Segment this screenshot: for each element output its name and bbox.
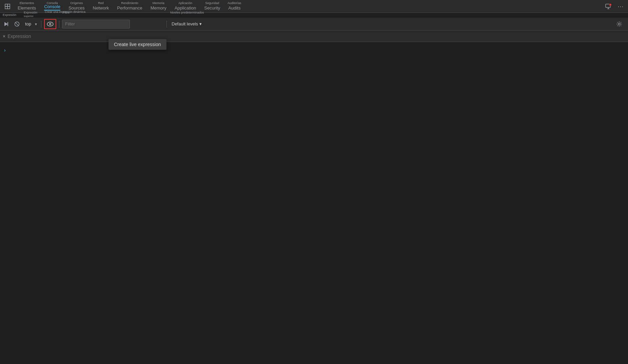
filter-input[interactable]	[62, 20, 130, 28]
tab-application-sub: Aplicación	[178, 1, 192, 5]
svg-point-14	[50, 23, 51, 24]
context-selector[interactable]: Expresiónsuperior top ▼	[23, 20, 38, 28]
expression-close-button[interactable]: ×	[3, 34, 5, 39]
live-expression-button[interactable]	[44, 19, 56, 29]
tab-performance[interactable]: Rendimiento Performance	[113, 0, 146, 13]
tab-application-label: Application	[175, 5, 196, 11]
default-levels-arrow: ▾	[199, 21, 202, 26]
tab-console[interactable]: Consola Console	[40, 0, 64, 13]
clear-console-button[interactable]	[12, 19, 22, 29]
top-nav: Elementos Elements Consola Console Oríge…	[0, 0, 628, 13]
svg-rect-1	[7, 6, 10, 9]
tab-console-sub: Consola	[47, 1, 58, 5]
tab-security-label: Security	[204, 5, 220, 11]
tab-sources-label: Sources	[68, 5, 85, 11]
inspect-icon[interactable]	[3, 2, 12, 11]
tab-security-sub: Seguridad	[205, 1, 219, 5]
tab-console-label: Console	[44, 4, 60, 11]
nav-right: ⋯	[604, 2, 625, 11]
tab-elements-sub: Elementos	[20, 1, 34, 5]
toolbar-right	[614, 19, 627, 29]
tab-memory-label: Memory	[151, 5, 166, 11]
svg-rect-2	[5, 6, 7, 9]
tab-network[interactable]: Red Network	[89, 0, 113, 13]
tab-elements[interactable]: Elementos Elements	[14, 0, 40, 13]
tab-application[interactable]: Aplicación Application	[171, 0, 200, 13]
console-chevron-icon: ›	[4, 47, 6, 53]
feedback-icon[interactable]	[604, 2, 613, 11]
tab-sources-sub: Orígenes	[70, 1, 83, 5]
tab-security[interactable]: Seguridad Security	[200, 0, 224, 13]
divider-3	[166, 21, 167, 27]
console-prompt: ›	[4, 47, 624, 53]
live-expression-popup-text: Create live expression	[114, 42, 161, 47]
live-expression-popup: Create live expression	[109, 39, 166, 50]
tab-network-sub: Red	[98, 1, 104, 5]
context-dropdown[interactable]: top	[23, 20, 38, 28]
expression-placeholder: Expression	[7, 34, 31, 39]
svg-line-11	[16, 23, 18, 25]
svg-rect-0	[5, 4, 7, 6]
tab-performance-label: Performance	[117, 5, 142, 11]
execute-button[interactable]	[1, 19, 11, 29]
more-options-icon[interactable]: ⋯	[616, 2, 625, 11]
tab-audits[interactable]: Auditorías Audits	[224, 0, 244, 13]
console-area[interactable]: ›	[0, 42, 628, 56]
svg-point-5	[609, 3, 612, 6]
default-levels-label: Default levels	[172, 21, 198, 26]
tab-performance-sub: Rendimiento	[121, 1, 138, 5]
filter-wrapper: Filtro	[62, 20, 164, 28]
divider-2	[59, 21, 59, 27]
toolbar: Expresión Expresiónsuperior top ▼ Crear …	[0, 18, 628, 31]
divider-1	[41, 21, 41, 27]
svg-point-15	[618, 23, 620, 25]
expression-bar: × Expression	[0, 31, 628, 42]
tab-elements-label: Elements	[18, 5, 36, 11]
tab-network-label: Network	[93, 5, 109, 11]
svg-marker-8	[4, 22, 8, 26]
tab-memory-sub: Memoria	[153, 1, 164, 5]
tab-audits-label: Audits	[228, 5, 240, 11]
tab-sources[interactable]: Orígenes Sources	[64, 0, 89, 13]
execute-sublabel: Expresión	[3, 13, 16, 17]
tab-memory[interactable]: Memoria Memory	[146, 0, 171, 13]
nav-tabs: Elementos Elements Consola Console Oríge…	[14, 0, 604, 13]
settings-button[interactable]	[614, 19, 624, 29]
default-levels-button[interactable]: Default levels ▾	[170, 20, 204, 28]
tab-audits-sub: Auditorías	[228, 1, 241, 5]
svg-rect-3	[7, 4, 10, 6]
